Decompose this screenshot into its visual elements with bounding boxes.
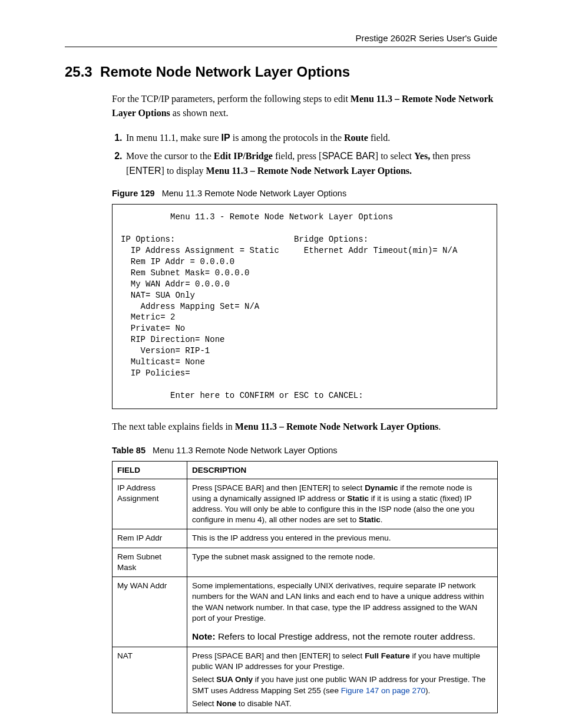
- section-number: 25.3: [65, 64, 92, 80]
- cell-desc-ip-assignment: Press [SPACE BAR] and then [ENTER] to se…: [187, 479, 498, 529]
- cell-field-rem-ip: Rem IP Addr: [113, 529, 187, 548]
- intro-paragraph: For the TCP/IP parameters, perform the f…: [112, 92, 497, 120]
- section-title-text: Remote Node Network Layer Options: [100, 64, 350, 80]
- cell-desc-my-wan: Some implementations, especially UNIX de…: [187, 577, 498, 647]
- header-guide-title: Prestige 2602R Series User's Guide: [65, 33, 497, 43]
- step2-mid4: ] to display: [161, 166, 206, 176]
- table-label: Table 85: [112, 446, 146, 455]
- terminal-screen: Menu 11.3 - Remote Node Network Layer Op…: [112, 204, 497, 409]
- header-rule: [65, 47, 497, 47]
- after-post: .: [438, 421, 441, 431]
- step2-mid1: field, press [: [273, 151, 322, 161]
- step1-mid: is among the protocols in the: [230, 133, 344, 143]
- step1-pre: In menu 11.1, make sure: [126, 133, 222, 143]
- cell-desc-rem-subnet: Type the subnet mask assigned to the rem…: [187, 548, 498, 577]
- after-terminal-paragraph: The next table explains fields in Menu 1…: [112, 420, 497, 434]
- step2-enter: ENTER: [129, 166, 161, 176]
- cell-desc-nat: Press [SPACE BAR] and then [ENTER] to se…: [187, 647, 498, 713]
- figure-caption: Figure 129 Menu 11.3 Remote Node Network…: [112, 189, 497, 198]
- step2-space: SPACE BAR: [322, 151, 375, 161]
- intro-pre: For the TCP/IP parameters, perform the f…: [112, 94, 351, 104]
- table-row: My WAN Addr Some implementations, especi…: [113, 577, 498, 647]
- step-2: Move the cursor to the Edit IP/Bridge fi…: [125, 149, 497, 179]
- table-header-row: FIELD DESCRIPTION: [113, 461, 498, 479]
- note-line: Note: Refers to local Prestige address, …: [192, 631, 492, 643]
- table-row: IP Address Assignment Press [SPACE BAR] …: [113, 479, 498, 529]
- step2-yes: Yes,: [414, 151, 430, 161]
- table-row: Rem Subnet Mask Type the subnet mask ass…: [113, 548, 498, 577]
- step1-post: field.: [368, 133, 390, 143]
- step2-edit: Edit IP/Bridge: [214, 151, 273, 161]
- section-heading: 25.3 Remote Node Network Layer Options: [65, 64, 497, 80]
- after-pre: The next table explains fields in: [112, 421, 235, 431]
- cell-field-nat: NAT: [113, 647, 187, 713]
- table-row: NAT Press [SPACE BAR] and then [ENTER] t…: [113, 647, 498, 713]
- figure-caption-text: Menu 11.3 Remote Node Network Layer Opti…: [162, 189, 347, 198]
- intro-post: as shown next.: [170, 108, 229, 118]
- table-caption: Table 85 Menu 11.3 Remote Node Network L…: [112, 446, 497, 455]
- after-bold: Menu 11.3 – Remote Node Network Layer Op…: [235, 421, 438, 431]
- step-1: In menu 11.1, make sure IP is among the …: [125, 131, 497, 146]
- step1-route: Route: [344, 133, 368, 143]
- cell-desc-rem-ip: This is the IP address you entered in th…: [187, 529, 498, 548]
- cell-field-rem-subnet: Rem Subnet Mask: [113, 548, 187, 577]
- steps-list: In menu 11.1, make sure IP is among the …: [112, 131, 497, 178]
- th-desc: DESCRIPTION: [187, 461, 498, 479]
- step1-ip: IP: [222, 133, 230, 143]
- th-field: FIELD: [113, 461, 187, 479]
- step2-mid2: ] to select: [375, 151, 414, 161]
- field-table: FIELD DESCRIPTION IP Address Assignment …: [112, 461, 498, 713]
- table-caption-text: Menu 11.3 Remote Node Network Layer Opti…: [153, 446, 338, 455]
- cell-field-my-wan: My WAN Addr: [113, 577, 187, 647]
- figure-label: Figure 129: [112, 189, 155, 198]
- cell-field-ip-assignment: IP Address Assignment: [113, 479, 187, 529]
- table-row: Rem IP Addr This is the IP address you e…: [113, 529, 498, 548]
- step2-pre: Move the cursor to the: [126, 151, 214, 161]
- step2-menu: Menu 11.3 – Remote Node Network Layer Op…: [206, 166, 412, 176]
- figure-link[interactable]: Figure 147 on page 270: [341, 686, 425, 695]
